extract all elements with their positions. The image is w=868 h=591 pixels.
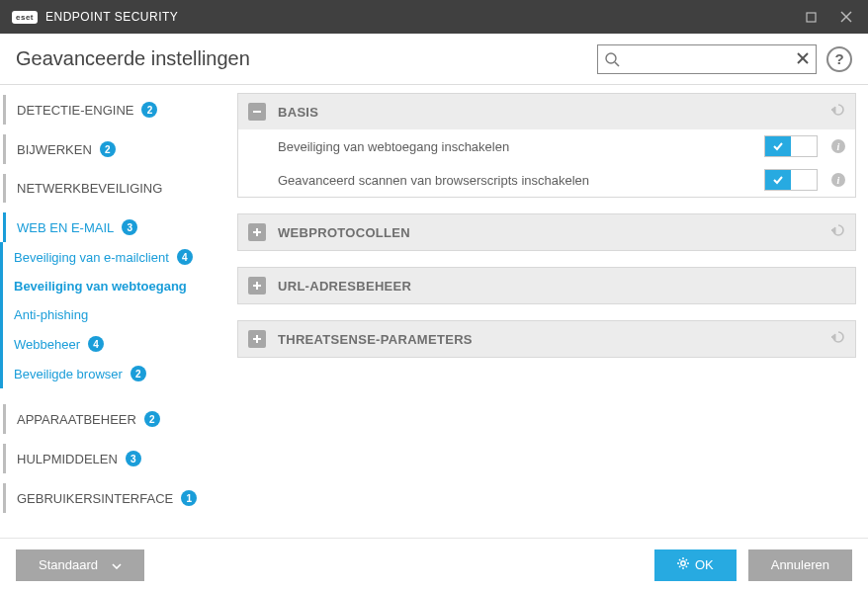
toggle-off-half: [791, 136, 817, 156]
panel-title: BASIS: [278, 105, 318, 120]
reset-section-button[interactable]: [829, 329, 845, 349]
accent-bar: [0, 242, 3, 272]
info-icon: i: [831, 139, 845, 153]
accent-bar: [0, 272, 3, 300]
sidebar-item-emailclient[interactable]: Beveiliging van e-mailclient 4: [0, 242, 223, 272]
reset-section-button[interactable]: [829, 222, 845, 242]
content: BASIS Beveiliging van webtoegang inschak…: [229, 85, 868, 538]
sidebar-item-gebruikersinterface[interactable]: GEBRUIKERSINTERFACE 1: [0, 483, 223, 513]
setting-label: Beveiliging van webtoegang inschakelen: [278, 139, 744, 154]
undo-icon: [829, 222, 845, 238]
accent-bar: [3, 444, 6, 473]
panel-header-url-adresbeheer[interactable]: URL-ADRESBEHEER: [238, 268, 855, 303]
info-icon: i: [831, 173, 845, 187]
svg-line-4: [615, 62, 619, 66]
badge: 3: [126, 451, 141, 466]
sidebar-item-hulpmiddelen[interactable]: HULPMIDDELEN 3: [0, 444, 223, 473]
svg-point-17: [681, 561, 685, 565]
accent-bar: [3, 95, 6, 125]
sidebar: DETECTIE-ENGINE 2 BIJWERKEN 2 NETWERKBEV…: [0, 85, 229, 538]
default-button[interactable]: Standaard: [16, 549, 144, 581]
setting-row-webtoegang: Beveiliging van webtoegang inschakelen i: [238, 129, 855, 163]
sidebar-item-label: GEBRUIKERSINTERFACE: [17, 491, 173, 506]
button-label: Standaard: [39, 557, 98, 572]
svg-line-25: [679, 566, 680, 567]
panel-header-webprotocollen[interactable]: WEBPROTOCOLLEN: [238, 214, 855, 250]
check-icon: [772, 140, 784, 152]
panel-title: URL-ADRESBEHEER: [278, 279, 411, 294]
badge: 3: [122, 219, 137, 235]
button-label: Annuleren: [771, 557, 829, 572]
badge: 4: [88, 336, 104, 352]
svg-marker-16: [831, 334, 835, 340]
sidebar-item-label: NETWERKBEVEILIGING: [17, 181, 162, 196]
expand-icon: [248, 277, 266, 295]
undo-icon: [829, 329, 845, 345]
panel-threatsense-parameters: THREATSENSE-PARAMETERS: [237, 320, 856, 358]
eset-logo: eset: [12, 11, 38, 24]
search-area: ?: [597, 44, 852, 74]
question-icon: ?: [834, 50, 843, 67]
accent-bar: [3, 483, 6, 513]
window-controls: [797, 5, 860, 29]
gear-icon: [677, 557, 689, 572]
panel-webprotocollen: WEBPROTOCOLLEN: [237, 213, 856, 251]
panel-body-basis: Beveiliging van webtoegang inschakelen i…: [238, 129, 855, 197]
close-button[interactable]: [832, 5, 860, 29]
sidebar-item-netwerkbeveiliging[interactable]: NETWERKBEVEILIGING: [0, 174, 223, 203]
reset-section-button[interactable]: [829, 102, 845, 122]
sidebar-item-label: APPARAATBEHEER: [17, 412, 136, 427]
accent-bar: [3, 134, 6, 164]
sidebar-item-anti-phishing[interactable]: Anti-phishing: [0, 300, 223, 329]
svg-line-23: [686, 566, 687, 567]
sidebar-item-web-en-email[interactable]: WEB EN E-MAIL 3: [0, 212, 223, 242]
sidebar-item-detectie-engine[interactable]: DETECTIE-ENGINE 2: [0, 95, 223, 125]
toggle-on-half: [765, 136, 791, 156]
panel-header-basis[interactable]: BASIS: [238, 94, 855, 129]
body: DETECTIE-ENGINE 2 BIJWERKEN 2 NETWERKBEV…: [0, 85, 868, 538]
sidebar-item-label: Webbeheer: [14, 337, 80, 352]
cancel-button[interactable]: Annuleren: [748, 549, 852, 581]
svg-line-24: [686, 559, 687, 560]
undo-icon: [829, 102, 845, 118]
sidebar-item-webbeheer[interactable]: Webbeheer 4: [0, 329, 223, 359]
search-icon: [604, 51, 620, 71]
sidebar-item-bijwerken[interactable]: BIJWERKEN 2: [0, 134, 223, 164]
sidebar-item-label: DETECTIE-ENGINE: [17, 103, 133, 118]
ok-button[interactable]: OK: [654, 549, 737, 581]
help-button[interactable]: ?: [826, 46, 852, 72]
svg-point-3: [606, 53, 616, 63]
setting-label: Geavanceerd scannen van browserscripts i…: [278, 173, 744, 188]
info-button[interactable]: i: [831, 173, 845, 187]
button-label: OK: [695, 557, 714, 572]
badge: 4: [177, 249, 193, 265]
accent-bar: [0, 300, 3, 329]
panel-header-threatsense[interactable]: THREATSENSE-PARAMETERS: [238, 321, 855, 357]
toggle-on-half: [765, 170, 791, 190]
toggle-browserscripts[interactable]: [764, 169, 818, 191]
expand-icon: [248, 330, 266, 348]
search-box[interactable]: [597, 44, 817, 74]
square-icon: [806, 12, 817, 23]
svg-marker-11: [831, 227, 835, 233]
page-title: Geavanceerde instellingen: [16, 47, 250, 70]
x-icon: [796, 51, 810, 65]
search-input[interactable]: [626, 51, 788, 66]
sidebar-item-label: Beveiliging van webtoegang: [14, 279, 187, 294]
sidebar-item-label: Anti-phishing: [14, 307, 88, 322]
svg-marker-8: [831, 107, 835, 113]
accent-bar: [0, 359, 3, 388]
info-button[interactable]: i: [831, 139, 845, 153]
sidebar-item-apparaatbeheer[interactable]: APPARAATBEHEER 2: [0, 404, 223, 434]
accent-bar: [3, 404, 6, 434]
sidebar-item-label: BIJWERKEN: [17, 142, 92, 157]
clear-search-button[interactable]: [796, 51, 810, 69]
collapse-icon: [248, 103, 266, 121]
accent-bar: [3, 212, 6, 242]
toggle-webtoegang[interactable]: [764, 135, 818, 157]
panel-title: THREATSENSE-PARAMETERS: [278, 332, 473, 347]
chevron-down-icon: [112, 557, 122, 572]
sidebar-item-beveiligde-browser[interactable]: Beveiligde browser 2: [0, 359, 223, 388]
maximize-button[interactable]: [797, 5, 825, 29]
sidebar-item-webtoegang[interactable]: Beveiliging van webtoegang: [0, 272, 223, 300]
